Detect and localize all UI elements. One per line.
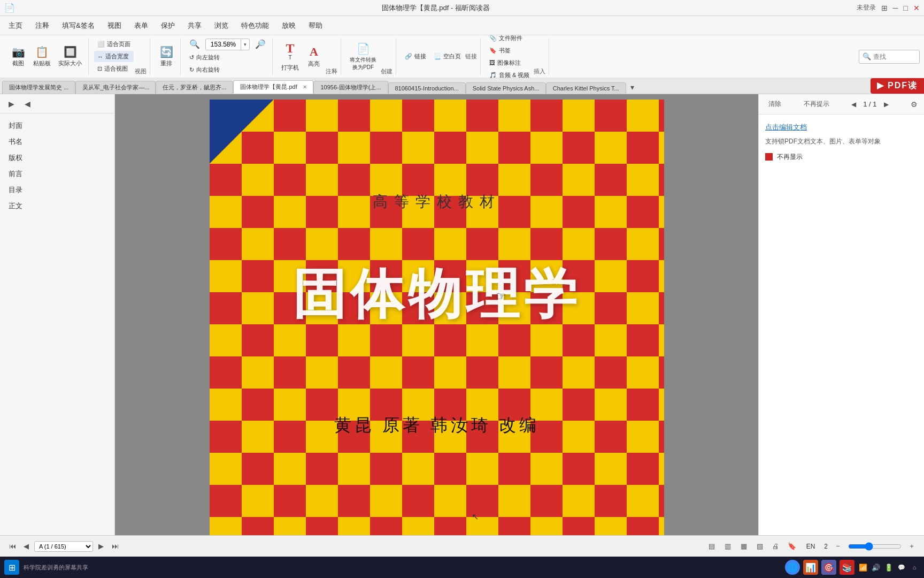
sidebar-item-preface[interactable]: 前言 (2, 166, 112, 182)
print-button[interactable]: 🖨 (770, 541, 782, 552)
toolbar-section-zoom: 🔍 ▾ 🔎 ↺ 向左旋转 ↻ 向右旋转 (183, 38, 273, 75)
panel-page-count: 1 / 1 (863, 100, 876, 108)
view-continuous-button[interactable]: ▦ (738, 541, 750, 552)
tab-current-pdf[interactable]: 固体物理学【黄昆.pdf ✕ (233, 80, 313, 94)
typewriter-sub: T (288, 55, 291, 60)
tab-10956[interactable]: 10956-固体物理学(上... (313, 81, 388, 94)
grid-icon[interactable]: ⊞ (881, 4, 888, 12)
link-button[interactable]: 🔗 链接 (402, 51, 429, 62)
menu-help[interactable]: 帮助 (302, 19, 329, 33)
menu-fill-sign[interactable]: 填写&签名 (56, 19, 101, 33)
rotate-right-label: 向右旋转 (196, 66, 220, 74)
panel-settings-button[interactable]: ⚙ (911, 100, 918, 109)
sidebar-next-button[interactable]: ◀ (20, 97, 34, 111)
rotate-right-button[interactable]: ↻ 向右旋转 (186, 64, 269, 75)
typewriter-button[interactable]: T T 打字机 (278, 39, 302, 74)
tab-solid-state-physics-ash[interactable]: Solid State Physics Ash... (466, 82, 546, 94)
sidebar-item-title[interactable]: 书名 (2, 134, 112, 150)
no-show-checkbox[interactable] (765, 153, 773, 161)
taskbar-sys-icons: 📶 🔊 🔋 💬 ⌂ (858, 562, 920, 573)
menu-features[interactable]: 特色功能 (235, 19, 275, 33)
menu-browse[interactable]: 浏览 (208, 19, 235, 33)
panel-prev-button[interactable]: ◀ (848, 99, 859, 110)
tab-wu-congjun[interactable]: 吴从军_电子社会学家—... (75, 81, 156, 94)
pdf-content-area[interactable]: 高等学校教材 固体物理学 黄昆 原著 韩汝琦 改编 ☞ ↖ (115, 94, 758, 535)
menu-share[interactable]: 共享 (181, 19, 208, 33)
menu-home[interactable]: 主页 (2, 19, 29, 33)
tab-label: 固体物理学【黄昆.pdf (240, 83, 297, 91)
taskbar-reader-icon[interactable]: 📚 (840, 560, 854, 575)
zoom-slider[interactable] (848, 542, 902, 551)
rotate-left-button[interactable]: ↺ 向左旋转 (186, 52, 269, 63)
tab-label: 固体物理学发展简史 ... (9, 83, 68, 92)
blank-page-button[interactable]: 📃 空白页 (430, 51, 464, 62)
panel-next-button[interactable]: ▶ (881, 99, 891, 110)
clipboard-button[interactable]: 📋 粘贴板 (30, 43, 54, 70)
toolbar-section-annotation: T T 打字机 A 高亮 注释 (275, 38, 341, 75)
menu-annotation[interactable]: 注释 (29, 19, 56, 33)
zoom-out-bottom-button[interactable]: − (832, 541, 844, 552)
sidebar-item-main-text[interactable]: 正文 (2, 198, 112, 214)
clear-button[interactable]: 清除 (765, 98, 784, 110)
file-attach-button[interactable]: 📎 文件附件 (486, 33, 533, 44)
fit-page-button[interactable]: ⬜ 适合页面 (94, 39, 134, 50)
view-single-button[interactable]: ▤ (706, 541, 718, 552)
screenshot-button[interactable]: 📷 截图 (7, 43, 29, 70)
tab-ren-yuan[interactable]: 任元，罗亚桥，龇思齐... (156, 81, 233, 94)
tab-solid-state-history[interactable]: 固体物理学发展简史 ... (2, 81, 75, 94)
tab-close-button[interactable]: ✕ (303, 84, 307, 90)
menu-present[interactable]: 放映 (275, 19, 302, 33)
zoom-out-button[interactable]: 🔍 (186, 37, 203, 51)
actual-size-button[interactable]: 🔲 实际大小 (55, 43, 85, 70)
reprint-button[interactable]: 🔄 重排 (156, 43, 177, 70)
tab-label: Charles Kittel Physics T... (553, 85, 619, 92)
bookmark-button[interactable]: 🔖 书签 (486, 45, 533, 56)
view-split-button[interactable]: ▧ (754, 541, 766, 552)
taskbar-teams-icon[interactable]: 🎯 (821, 560, 836, 575)
zoom-dropdown-button[interactable]: ▾ (241, 39, 249, 50)
nav-next-button[interactable]: ▶ (95, 541, 107, 552)
zoom-input[interactable] (206, 41, 241, 48)
taskbar-chrome-icon[interactable]: 🌐 (785, 560, 800, 575)
image-note-button[interactable]: 🖼 图像标注 (486, 57, 533, 69)
zoom-in-button[interactable]: 🔎 (252, 37, 269, 51)
taskbar-more-icons[interactable]: ⌂ (909, 562, 920, 573)
main-area: ▶ ◀ 封面 书名 版权 前言 目录 正文 (0, 94, 924, 535)
sidebar-item-copyright[interactable]: 版权 (2, 150, 112, 166)
fit-width-button[interactable]: ↔ 适合宽度 (94, 51, 134, 62)
menu-form[interactable]: 表单 (128, 19, 155, 33)
close-button[interactable]: ✕ (913, 4, 920, 12)
highlight-button[interactable]: A 高亮 (303, 43, 325, 70)
menu-view[interactable]: 视图 (101, 19, 128, 33)
zoom-in-bottom-button[interactable]: + (906, 541, 918, 552)
clipboard-icon: 📋 (35, 45, 49, 58)
edit-document-link[interactable]: 点击编辑文档 (765, 121, 918, 133)
convert-to-pdf-button[interactable]: 📄 将文件转换换为PDF (346, 40, 380, 73)
toolbar-section-tools: 📷 截图 📋 粘贴板 🔲 实际大小 (4, 38, 89, 75)
create-label: 创建 (381, 65, 392, 75)
maximize-button[interactable]: □ (904, 4, 908, 12)
sidebar-item-cover[interactable]: 封面 (2, 118, 112, 134)
tab-81060415[interactable]: 81060415-Introduction... (388, 82, 466, 94)
pdf-page[interactable]: 高等学校教材 固体物理学 黄昆 原著 韩汝琦 改编 ☞ ↖ (210, 100, 664, 535)
menu-protect[interactable]: 保护 (155, 19, 181, 33)
minimize-button[interactable]: ─ (893, 4, 898, 12)
tab-charles-kittel[interactable]: Charles Kittel Physics T... (546, 82, 626, 94)
taskbar-volume-icon[interactable]: 🔊 (871, 562, 881, 573)
fit-view-button[interactable]: ⊡ 适合视图 (94, 63, 134, 74)
nav-prev-button[interactable]: ◀ (20, 541, 32, 552)
sidebar-item-toc[interactable]: 目录 (2, 182, 112, 198)
taskbar-windows-button[interactable]: ⊞ (4, 560, 19, 575)
bookmark-view-button[interactable]: 🔖 (786, 541, 798, 552)
taskbar-battery-icon[interactable]: 🔋 (883, 562, 894, 573)
taskbar-powerpoint-icon[interactable]: 📊 (803, 560, 818, 575)
view-double-button[interactable]: ▥ (722, 541, 734, 552)
page-select[interactable]: A (1 / 615) (34, 541, 93, 552)
tab-more-button[interactable]: ▾ (626, 81, 638, 94)
taskbar-notification-icon[interactable]: 💬 (896, 562, 907, 573)
nav-first-button[interactable]: ⏮ (6, 541, 18, 552)
sidebar-prev-button[interactable]: ▶ (4, 97, 18, 111)
taskbar-network-icon[interactable]: 📶 (858, 562, 868, 573)
search-input[interactable] (873, 53, 916, 60)
nav-last-button[interactable]: ⏭ (109, 541, 121, 552)
